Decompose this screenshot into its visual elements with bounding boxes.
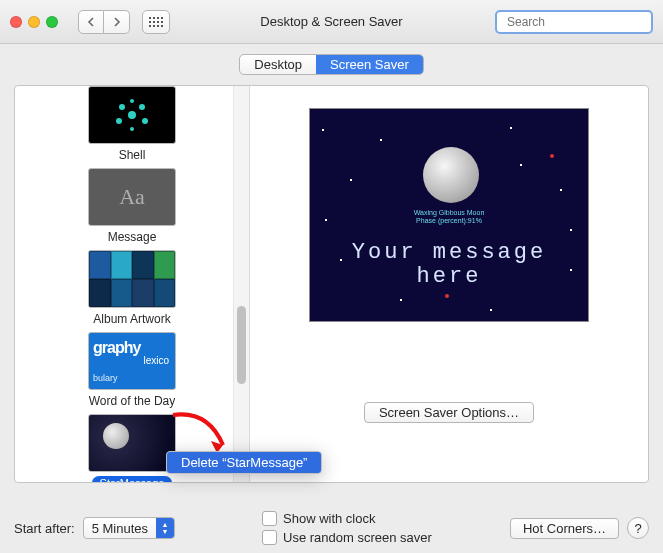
back-button[interactable] <box>78 10 104 34</box>
svg-point-3 <box>119 104 125 110</box>
svg-point-7 <box>130 99 134 103</box>
scrollbar[interactable] <box>233 86 249 482</box>
svg-point-5 <box>116 118 122 124</box>
start-after-select[interactable]: 5 Minutes ▲▼ <box>83 517 175 539</box>
use-random-checkbox[interactable] <box>262 530 277 545</box>
svg-point-8 <box>130 127 134 131</box>
screensaver-thumbnail: Aa <box>88 168 176 226</box>
screensaver-list[interactable]: Shell Aa Message Album Artwork <box>15 86 250 482</box>
list-item[interactable]: Album Artwork <box>15 250 249 326</box>
screensaver-thumbnail <box>88 250 176 308</box>
main-panel: Shell Aa Message Album Artwork <box>14 85 649 483</box>
forward-button[interactable] <box>104 10 130 34</box>
show-all-button[interactable] <box>142 10 170 34</box>
show-with-clock-label: Show with clock <box>283 511 375 526</box>
moon-icon <box>423 147 479 203</box>
tab-bar: Desktop Screen Saver <box>0 44 663 85</box>
list-item-label: Word of the Day <box>89 394 175 408</box>
grid-icon <box>149 17 163 27</box>
minimize-window-button[interactable] <box>28 16 40 28</box>
show-with-clock-checkbox[interactable] <box>262 511 277 526</box>
preview-message: Your messagehere <box>310 241 588 289</box>
nav-buttons <box>78 10 130 34</box>
screensaver-thumbnail <box>88 414 176 472</box>
moon-icon <box>103 423 129 449</box>
tab-screen-saver[interactable]: Screen Saver <box>316 55 423 74</box>
list-item-label: Album Artwork <box>93 312 170 326</box>
list-item-label: StarMessage <box>92 476 173 482</box>
svg-point-4 <box>139 104 145 110</box>
help-button[interactable]: ? <box>627 517 649 539</box>
zoom-window-button[interactable] <box>46 16 58 28</box>
footer-controls: Start after: 5 Minutes ▲▼ Show with cloc… <box>14 511 649 545</box>
screen-saver-options-button[interactable]: Screen Saver Options… <box>364 402 534 423</box>
titlebar: Desktop & Screen Saver <box>0 0 663 44</box>
glyph-icon: Aa <box>119 184 145 210</box>
close-window-button[interactable] <box>10 16 22 28</box>
context-menu-delete[interactable]: Delete “StarMessage” <box>167 452 321 473</box>
context-menu: Delete “StarMessage” <box>166 451 322 474</box>
list-item-label: Message <box>108 230 157 244</box>
screensaver-thumbnail: graphy lexico bulary <box>88 332 176 390</box>
list-item-label: Shell <box>119 148 146 162</box>
list-item[interactable]: Shell <box>15 86 249 162</box>
stepper-icon: ▲▼ <box>156 518 174 538</box>
start-after-value: 5 Minutes <box>84 521 156 536</box>
screensaver-thumbnail <box>88 86 176 144</box>
list-item[interactable]: graphy lexico bulary Word of the Day <box>15 332 249 408</box>
window-controls <box>10 16 58 28</box>
list-item[interactable]: Aa Message <box>15 168 249 244</box>
preview-area: Waxing Gibbous MoonPhase (percent):91% Y… <box>250 86 648 482</box>
hot-corners-button[interactable]: Hot Corners… <box>510 518 619 539</box>
tab-desktop[interactable]: Desktop <box>240 55 316 74</box>
search-input[interactable] <box>507 15 657 29</box>
moon-caption: Waxing Gibbous MoonPhase (percent):91% <box>310 209 588 225</box>
help-icon: ? <box>634 521 641 536</box>
screensaver-preview[interactable]: Waxing Gibbous MoonPhase (percent):91% Y… <box>309 108 589 322</box>
start-after-label: Start after: <box>14 521 75 536</box>
scrollbar-thumb[interactable] <box>237 306 246 384</box>
svg-point-2 <box>128 111 136 119</box>
use-random-label: Use random screen saver <box>283 530 432 545</box>
svg-point-6 <box>142 118 148 124</box>
search-field[interactable] <box>495 10 653 34</box>
